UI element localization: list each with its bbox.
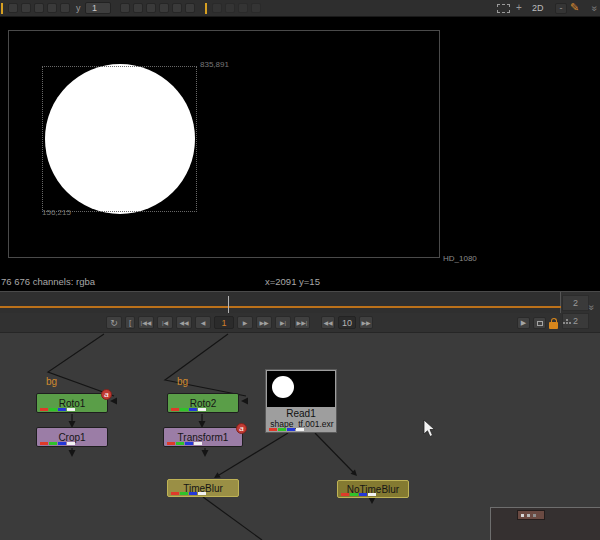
bbox-channels-info: 76 676 channels: rgba xyxy=(1,276,95,287)
transport-controls: ↻ [ |◀◀ |◀ ◀◀ ◀ 1 ▶ ▶▶ ▶| ▶▶| ◀◀ 10 ▶▶ xyxy=(106,316,373,329)
play-forward-button[interactable]: ▶ xyxy=(237,316,253,329)
marquee-select-icon[interactable] xyxy=(497,4,510,13)
animated-badge: a xyxy=(236,423,247,434)
viewer-canvas[interactable]: 835,891 156,215 HD_1080 xyxy=(0,17,600,270)
y-value-field[interactable]: 1 xyxy=(85,2,111,14)
frame-window-icon[interactable] xyxy=(533,317,546,329)
node-roto2[interactable]: Roto2 xyxy=(167,393,239,413)
node-timeblur[interactable]: TimeBlur xyxy=(167,479,239,497)
timeline-collapse-icon[interactable]: » xyxy=(586,305,597,311)
bg-input-label: bg xyxy=(177,376,188,387)
frame-decrement-button[interactable]: ◀◀ xyxy=(321,316,335,329)
pane-marker-icon xyxy=(205,3,207,14)
toolbar-button[interactable] xyxy=(172,3,182,13)
viewer-toolbar: y 1 + 2D - ✎ » xyxy=(0,0,600,17)
channel-chips xyxy=(341,493,376,496)
next-keyframe-button[interactable]: ▶| xyxy=(275,316,291,329)
timeline-track[interactable] xyxy=(0,292,561,313)
node-label: Crop1 xyxy=(58,432,85,443)
pane-collapse-icon[interactable]: » xyxy=(590,6,600,12)
prev-keyframe-button[interactable]: |◀ xyxy=(157,316,173,329)
flipbook-icon[interactable]: ▶ xyxy=(517,317,530,329)
frame-increment-button[interactable]: ▶▶ xyxy=(359,316,373,329)
play-backward-button[interactable]: ◀ xyxy=(195,316,211,329)
toolbar-button[interactable] xyxy=(159,3,169,13)
bbox-coord-topright: 835,891 xyxy=(200,60,229,69)
node-transform1[interactable]: Transform1 a xyxy=(163,427,243,447)
window-glyph xyxy=(537,321,543,326)
node-roto1[interactable]: Roto1 a xyxy=(36,393,108,413)
node-label: Read1 xyxy=(266,408,336,419)
toolbar-button[interactable] xyxy=(120,3,130,13)
animated-badge: a xyxy=(101,389,112,400)
bounding-box xyxy=(42,66,197,212)
toolbar-button[interactable] xyxy=(251,3,261,13)
node-label: Roto2 xyxy=(190,398,217,409)
goto-end-button[interactable]: ▶▶| xyxy=(294,316,310,329)
loop-mode-button[interactable]: ↻ xyxy=(106,316,122,329)
goto-start-button[interactable]: |◀◀ xyxy=(138,316,154,329)
node-graph[interactable]: bg bg Roto1 a Crop1 Roto2 Transform1 a R… xyxy=(0,333,600,540)
node-crop1[interactable]: Crop1 xyxy=(36,427,108,447)
y-axis-label: y xyxy=(76,3,81,13)
node-label: Roto1 xyxy=(59,398,86,409)
toolbar-button[interactable] xyxy=(212,3,222,13)
channel-chips xyxy=(167,442,202,445)
bg-input-label: bg xyxy=(46,376,57,387)
frame-range-field-top[interactable]: 2 xyxy=(562,295,589,311)
current-frame-field[interactable]: 1 xyxy=(214,316,234,329)
format-label: HD_1080 xyxy=(443,254,477,263)
channel-chips xyxy=(171,408,206,411)
toolbar-button[interactable] xyxy=(133,3,143,13)
view-mode-dropdown[interactable]: 2D xyxy=(532,3,544,13)
pencil-icon[interactable]: ✎ xyxy=(570,1,579,14)
dag-navigator-panel[interactable] xyxy=(490,507,600,540)
toolbar-button[interactable] xyxy=(185,3,195,13)
mouse-cursor xyxy=(424,420,435,437)
timeline-right-icons: ▶ xyxy=(517,317,565,329)
toolbar-button[interactable] xyxy=(34,3,44,13)
timeline-range-bar xyxy=(0,306,561,308)
overlay-dropdown[interactable]: - xyxy=(555,3,567,14)
node-label: Transform1 xyxy=(178,432,229,443)
node-read1[interactable]: Read1 shape_tf.001.exr xyxy=(265,369,337,433)
nuke-window: y 1 + 2D - ✎ » 835,891 156,215 HD_1080 7… xyxy=(0,0,600,540)
toolbar-button[interactable] xyxy=(146,3,156,13)
step-back-button[interactable]: ◀◀ xyxy=(176,316,192,329)
channel-chips xyxy=(40,442,75,445)
read-thumbnail xyxy=(267,371,335,407)
step-forward-button[interactable]: ▶▶ xyxy=(256,316,272,329)
channel-chips xyxy=(40,408,75,411)
thumbnail-circle xyxy=(272,376,294,398)
toolbar-button[interactable] xyxy=(47,3,57,13)
toolbar-button[interactable] xyxy=(8,3,18,13)
toolbar-button[interactable] xyxy=(238,3,248,13)
frame-range-button[interactable]: [ xyxy=(125,316,135,329)
pane-marker-icon xyxy=(1,3,3,14)
playhead-marker[interactable] xyxy=(228,296,229,313)
stamp-icon xyxy=(563,322,565,324)
frame-increment-field[interactable]: 10 xyxy=(338,316,356,329)
cursor-position-readout: x=2091 y=15 xyxy=(265,276,320,287)
channel-chips xyxy=(171,492,206,495)
bbox-coord-bottomleft: 156,215 xyxy=(42,208,71,217)
lock-range-icon[interactable] xyxy=(549,322,558,329)
channel-chips xyxy=(269,428,304,431)
tracker-icon[interactable]: + xyxy=(516,2,522,13)
toolbar-button[interactable] xyxy=(60,3,70,13)
toolbar-button[interactable] xyxy=(225,3,235,13)
toolbar-button[interactable] xyxy=(21,3,31,13)
viewer-status-bar: 76 676 channels: rgba x=2091 y=15 xyxy=(0,270,600,291)
frame-range-field-bottom[interactable]: 2 xyxy=(562,313,589,329)
node-notimeblur[interactable]: NoTimeBlur xyxy=(337,480,409,498)
navigator-node-cluster xyxy=(517,510,545,520)
timeline-panel: 2 2 » ↻ [ |◀◀ |◀ ◀◀ ◀ 1 ▶ ▶▶ ▶| ▶▶| ◀◀ 1… xyxy=(0,291,600,333)
